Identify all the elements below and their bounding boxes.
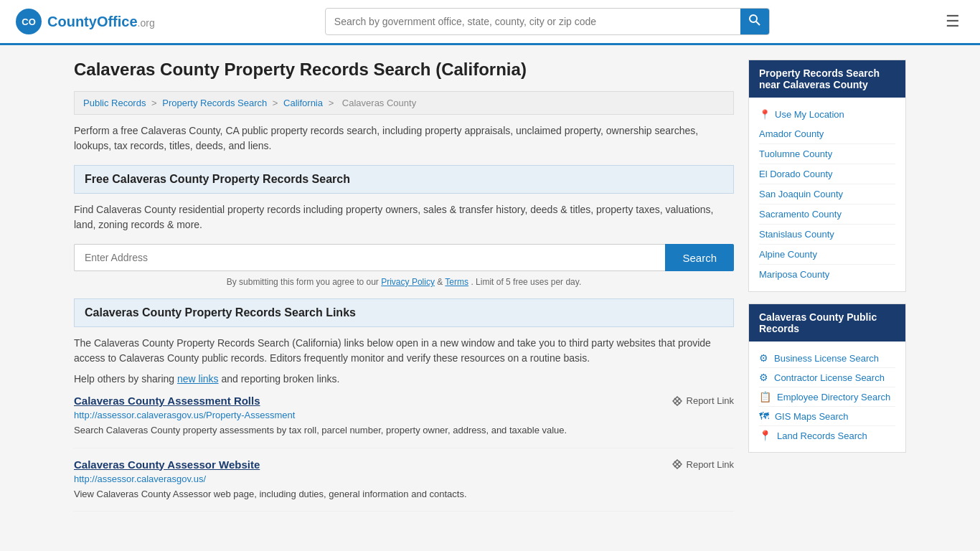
- breadcrumb-property-records-search[interactable]: Property Records Search: [162, 98, 267, 108]
- sidebar-item-eldorado: El Dorado County: [759, 164, 895, 184]
- link-title-0[interactable]: Calaveras County Assessment Rolls: [74, 395, 260, 407]
- link-url-1[interactable]: http://assessor.calaverasgov.us/: [74, 474, 734, 484]
- tuolumne-county-link[interactable]: Tuolumne County: [759, 149, 832, 159]
- public-records-body: ⚙ Business License Search ⚙ Contractor L…: [749, 342, 905, 452]
- sidebar-item-land-records: 📍 Land Records Search: [759, 426, 895, 445]
- page-description: Perform a free Calaveras County, CA publ…: [74, 123, 734, 154]
- breadcrumb-public-records[interactable]: Public Records: [83, 98, 146, 108]
- land-icon: 📍: [759, 430, 771, 441]
- business-license-link[interactable]: Business License Search: [774, 353, 879, 364]
- public-records-header: Calaveras County Public Records: [749, 304, 905, 342]
- sidebar-item-amador: Amador County: [759, 124, 895, 144]
- link-url-0[interactable]: http://assessor.calaverasgov.us/Property…: [74, 410, 734, 420]
- sidebar-item-mariposa: Mariposa County: [759, 265, 895, 284]
- report-link-icon: [672, 396, 682, 406]
- content-area: Calaveras County Property Records Search…: [74, 60, 734, 522]
- new-links-link[interactable]: new links: [177, 373, 219, 385]
- main-wrapper: Calaveras County Property Records Search…: [60, 45, 920, 536]
- use-my-location-item[interactable]: 📍 Use My Location: [759, 105, 895, 124]
- links-description: The Calaveras County Property Records Se…: [74, 336, 734, 366]
- gear-icon-1: ⚙: [759, 372, 768, 383]
- sidebar-item-contractor-license: ⚙ Contractor License Search: [759, 368, 895, 387]
- map-icon: 🗺: [759, 410, 769, 422]
- location-pin-icon: 📍: [759, 109, 771, 120]
- sidebar-item-business-license: ⚙ Business License Search: [759, 349, 895, 368]
- address-search-row: Search: [74, 244, 734, 271]
- list-item: Calaveras County Assessor Website Report…: [74, 458, 734, 512]
- logo-icon: CO: [14, 7, 43, 36]
- page-title: Calaveras County Property Records Search…: [74, 60, 734, 80]
- eldorado-county-link[interactable]: El Dorado County: [759, 169, 833, 179]
- link-desc-1: View Calaveras County Assessor web page,…: [74, 487, 734, 501]
- public-records-box: Calaveras County Public Records ⚙ Busine…: [748, 303, 906, 453]
- svg-point-2: [750, 15, 757, 22]
- amador-county-link[interactable]: Amador County: [759, 128, 824, 139]
- mariposa-county-link[interactable]: Mariposa County: [759, 269, 829, 280]
- link-desc-0: Search Calaveras County property assessm…: [74, 423, 734, 438]
- free-search-description: Find Calaveras County residential proper…: [74, 202, 734, 232]
- sanjoaquin-county-link[interactable]: San Joaquin County: [759, 189, 843, 199]
- contractor-license-link[interactable]: Contractor License Search: [774, 372, 885, 383]
- nearby-counties-header: Property Records Search near Calaveras C…: [749, 60, 905, 98]
- report-link-button-1[interactable]: Report Link: [672, 459, 734, 470]
- search-button[interactable]: Search: [665, 244, 734, 271]
- header-search-container: [325, 8, 770, 35]
- nearby-counties-body: 📍 Use My Location Amador County Tuolumne…: [749, 98, 905, 291]
- svg-text:CO: CO: [22, 17, 36, 27]
- link-item-header: Calaveras County Assessment Rolls Report…: [74, 395, 734, 407]
- breadcrumb: Public Records > Property Records Search…: [74, 91, 734, 115]
- nearby-counties-box: Property Records Search near Calaveras C…: [748, 60, 906, 292]
- breadcrumb-current: Calaveras County: [342, 98, 416, 108]
- logo-text: CountyOffice.org: [47, 14, 155, 30]
- stanislaus-county-link[interactable]: Stanislaus County: [759, 229, 834, 240]
- logo-area: CO CountyOffice.org: [14, 7, 155, 36]
- sidebar-item-gis-maps: 🗺 GIS Maps Search: [759, 407, 895, 426]
- sidebar-item-sanjoaquin: San Joaquin County: [759, 184, 895, 204]
- alpine-county-link[interactable]: Alpine County: [759, 249, 817, 260]
- header: CO CountyOffice.org ☰: [0, 0, 980, 45]
- links-section-heading: Calaveras County Property Records Search…: [74, 298, 734, 327]
- land-records-link[interactable]: Land Records Search: [777, 430, 867, 441]
- gear-icon-0: ⚙: [759, 352, 768, 364]
- sidebar-item-alpine: Alpine County: [759, 245, 895, 265]
- report-link-icon-1: [672, 459, 682, 469]
- header-search-button[interactable]: [740, 9, 769, 34]
- privacy-policy-link[interactable]: Privacy Policy: [381, 277, 435, 287]
- employee-directory-link[interactable]: Employee Directory Search: [777, 392, 890, 402]
- header-search-input[interactable]: [326, 10, 740, 33]
- address-search-area: Search By submitting this form you agree…: [74, 244, 734, 287]
- form-note: By submitting this form you agree to our…: [74, 277, 734, 287]
- sacramento-county-link[interactable]: Sacramento County: [759, 209, 842, 220]
- use-my-location-link[interactable]: Use My Location: [775, 109, 844, 120]
- report-link-button-0[interactable]: Report Link: [672, 395, 734, 406]
- list-item: Calaveras County Assessment Rolls Report…: [74, 395, 734, 448]
- terms-link[interactable]: Terms: [445, 277, 468, 287]
- sidebar-item-sacramento: Sacramento County: [759, 204, 895, 225]
- sidebar-item-employee-directory: 📋 Employee Directory Search: [759, 387, 895, 407]
- address-input[interactable]: [74, 244, 665, 271]
- sidebar-item-tuolumne: Tuolumne County: [759, 144, 895, 164]
- breadcrumb-california[interactable]: California: [283, 98, 323, 108]
- menu-button[interactable]: ☰: [940, 9, 966, 34]
- free-search-heading: Free Calaveras County Property Records S…: [74, 165, 734, 194]
- link-title-1[interactable]: Calaveras County Assessor Website: [74, 458, 260, 471]
- directory-icon: 📋: [759, 391, 771, 402]
- link-item-header-1: Calaveras County Assessor Website Report…: [74, 458, 734, 471]
- gis-maps-link[interactable]: GIS Maps Search: [775, 411, 849, 422]
- sidebar-item-stanislaus: Stanislaus County: [759, 225, 895, 245]
- link-items-container: Calaveras County Assessment Rolls Report…: [74, 395, 734, 512]
- share-line: Help others by sharing new links and rep…: [74, 373, 734, 385]
- svg-line-3: [756, 22, 760, 25]
- sidebar: Property Records Search near Calaveras C…: [748, 60, 906, 522]
